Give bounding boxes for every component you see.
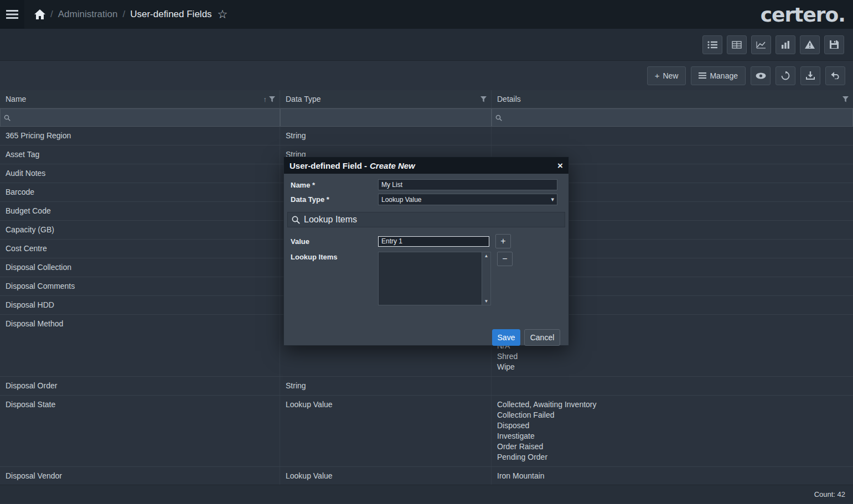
- name-field-label: Name *: [287, 181, 378, 189]
- certero-logo: certero.: [761, 3, 845, 26]
- bar-chart-button[interactable]: [776, 35, 795, 54]
- new-button-label: New: [663, 71, 678, 80]
- download-icon: [806, 71, 815, 80]
- save-view-button[interactable]: [824, 35, 844, 54]
- datatype-select[interactable]: Lookup Value ▾: [378, 194, 557, 205]
- row-details-cell[interactable]: [492, 377, 853, 395]
- details-filter-box[interactable]: [492, 108, 853, 127]
- row-datatype-cell[interactable]: String: [280, 127, 492, 145]
- row-name-cell[interactable]: Cost Centre: [0, 240, 280, 258]
- datatype-filter-box[interactable]: [280, 108, 492, 127]
- lookup-items-list[interactable]: [379, 252, 482, 305]
- row-name-cell[interactable]: Barcode: [0, 183, 280, 201]
- value-field[interactable]: [378, 236, 489, 247]
- row-name-cell[interactable]: Disposal Comments: [0, 277, 280, 295]
- row-details-cell[interactable]: Iron Mountain: [492, 467, 853, 485]
- table-row[interactable]: 365 Pricing Region String: [0, 127, 853, 146]
- filter-funnel-icon[interactable]: [842, 96, 849, 102]
- filter-funnel-icon[interactable]: [269, 96, 275, 102]
- row-name-cell[interactable]: Disposal Collection: [0, 258, 280, 277]
- table-header: Name ↑ Data Type Details: [0, 90, 853, 108]
- line-chart-button[interactable]: [751, 35, 771, 54]
- name-filter-box[interactable]: [0, 108, 280, 127]
- row-name-cell[interactable]: Disposal Order: [0, 377, 280, 395]
- home-icon[interactable]: [34, 9, 45, 19]
- detail-line: Shred: [497, 351, 847, 362]
- menu-button[interactable]: [0, 0, 24, 29]
- lookup-items-label: Lookup Items: [287, 252, 378, 261]
- scroll-down-icon[interactable]: ▼: [484, 299, 489, 304]
- row-datatype-cell[interactable]: Lookup Value: [280, 396, 492, 466]
- table-grid-icon: [732, 41, 742, 49]
- table-row[interactable]: Disposal Vendor Lookup Value Iron Mounta…: [0, 467, 853, 485]
- chevron-down-icon: ▾: [551, 196, 554, 203]
- search-icon: [4, 115, 11, 121]
- row-name-cell[interactable]: Disposal Vendor: [0, 467, 280, 485]
- breadcrumb-current-page: User-defined Fields: [130, 9, 211, 20]
- undo-button[interactable]: [825, 66, 845, 85]
- line-chart-icon: [756, 41, 766, 49]
- dialog-titlebar[interactable]: User-defined Field -Create New ×: [284, 157, 568, 174]
- details-filter-input[interactable]: [505, 113, 849, 122]
- refresh-button[interactable]: [776, 66, 795, 85]
- row-name-cell[interactable]: Disposal HDD: [0, 296, 280, 314]
- lookup-items-section-header: Lookup Items: [287, 212, 565, 227]
- row-name-cell[interactable]: Audit Notes: [0, 164, 280, 183]
- row-count: Count: 42: [814, 490, 845, 498]
- row-details-cell[interactable]: [492, 127, 853, 145]
- app-root: / Administration / User-defined Fields ☆…: [0, 0, 853, 504]
- list-view-button[interactable]: [702, 35, 722, 54]
- add-lookup-item-button[interactable]: +: [495, 234, 511, 248]
- column-header-datatype[interactable]: Data Type: [280, 90, 492, 108]
- favorite-star-icon[interactable]: ☆: [218, 8, 228, 21]
- column-header-details[interactable]: Details: [492, 90, 853, 108]
- alerts-button[interactable]: [800, 35, 820, 54]
- column-header-name[interactable]: Name ↑: [0, 90, 280, 108]
- detail-line: Iron Mountain: [497, 471, 847, 481]
- cancel-button[interactable]: Cancel: [524, 329, 560, 346]
- row-name-cell[interactable]: 365 Pricing Region: [0, 127, 280, 145]
- filter-funnel-icon[interactable]: [480, 96, 487, 102]
- hamburger-icon: [6, 10, 18, 19]
- detail-line: Order Raised: [497, 441, 847, 452]
- manage-list-icon: [699, 72, 706, 79]
- detail-line: Wipe: [497, 362, 847, 372]
- row-datatype-cell[interactable]: Lookup Value: [280, 467, 492, 485]
- column-label-datatype: Data Type: [286, 95, 321, 103]
- lookup-items-listbox[interactable]: ▲ ▼: [378, 252, 491, 305]
- toggle-visibility-button[interactable]: [751, 66, 771, 85]
- row-name-cell[interactable]: Disposal Method: [0, 315, 280, 376]
- row-name-cell[interactable]: Asset Tag: [0, 146, 280, 164]
- name-filter-input[interactable]: [13, 113, 276, 122]
- refresh-icon: [781, 71, 790, 80]
- download-button[interactable]: [800, 66, 820, 85]
- breadcrumb-separator: /: [50, 9, 53, 20]
- row-name-cell[interactable]: Disposal State: [0, 396, 280, 466]
- row-name-cell[interactable]: Budget Code: [0, 202, 280, 220]
- new-button[interactable]: + New: [647, 66, 686, 85]
- manage-button-label: Manage: [710, 71, 738, 80]
- save-disk-icon: [830, 40, 839, 49]
- save-button[interactable]: Save: [492, 329, 520, 346]
- breadcrumb-administration[interactable]: Administration: [58, 9, 118, 20]
- datatype-filter-input[interactable]: [284, 113, 488, 122]
- table-row[interactable]: Disposal State Lookup Value Collected, A…: [0, 396, 853, 467]
- row-details-cell[interactable]: Collected, Awaiting InventoryCollection …: [492, 396, 853, 466]
- undo-icon: [831, 72, 840, 79]
- manage-button[interactable]: Manage: [691, 66, 746, 85]
- scroll-up-icon[interactable]: ▲: [484, 253, 489, 258]
- view-toolbar: [0, 29, 853, 61]
- search-icon: [292, 216, 300, 224]
- plus-icon: +: [500, 236, 505, 246]
- plus-icon: +: [655, 71, 660, 80]
- grid-view-button[interactable]: [727, 35, 747, 54]
- table-row[interactable]: Disposal Order String: [0, 377, 853, 396]
- row-datatype-cell[interactable]: String: [280, 377, 492, 395]
- remove-lookup-item-button[interactable]: −: [497, 252, 513, 266]
- row-name-cell[interactable]: Capacity (GB): [0, 221, 280, 239]
- detail-line: Pending Order: [497, 452, 847, 463]
- name-field[interactable]: [378, 179, 557, 190]
- listbox-scrollbar[interactable]: ▲ ▼: [482, 252, 490, 305]
- detail-line: Collected, Awaiting Inventory: [497, 399, 847, 410]
- close-icon[interactable]: ×: [557, 161, 563, 170]
